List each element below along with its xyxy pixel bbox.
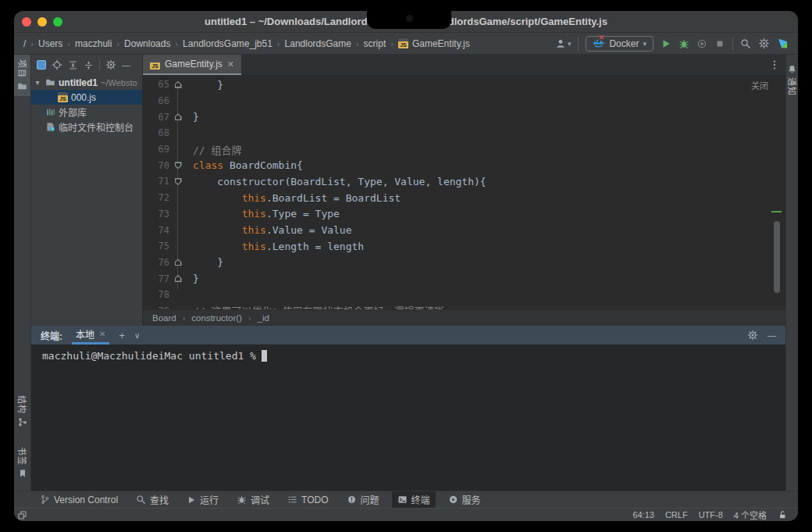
code-editor[interactable]: 关闭 65 } 66 67} 68 69// 组合牌 70class Board…	[143, 75, 785, 309]
code-line[interactable]: 74 this.Value = Value	[143, 222, 785, 238]
toolwindow-toggle-corner-icon[interactable]	[17, 510, 27, 520]
breadcrumb-downloads[interactable]: Downloads	[124, 38, 170, 49]
caret-position-widget[interactable]: 64:13	[632, 510, 654, 520]
toolwindow-button-structure[interactable]: 结构	[14, 391, 30, 431]
code-line[interactable]: 77}	[143, 270, 785, 287]
code-line[interactable]: 70class BoardCombin{	[143, 157, 785, 173]
fold-marker-icon[interactable]	[175, 81, 182, 88]
toolwindow-button-services[interactable]: 服务	[443, 491, 486, 508]
folder-icon	[17, 81, 27, 91]
breadcrumb-landlordsgame-jb51[interactable]: LandlordsGame_jb51	[183, 38, 272, 49]
code-line[interactable]: 73 this.Type = Type	[143, 206, 785, 223]
project-view-icon[interactable]	[37, 60, 46, 70]
indent-widget[interactable]: 4 个空格	[734, 509, 767, 521]
toolwindow-button-debug[interactable]: 调试	[231, 491, 275, 508]
code-line[interactable]: 79// 这里可以优化：使用有限状态机会更好，逻辑更清晰	[143, 303, 785, 309]
chevron-down-icon[interactable]: ▾	[33, 78, 42, 87]
project-settings-gear-icon[interactable]	[105, 59, 116, 70]
run-with-coverage-button[interactable]	[696, 38, 707, 49]
code-line[interactable]: 68	[143, 125, 785, 141]
toolwindow-button-todo[interactable]: TODO	[282, 493, 333, 507]
toolwindow-button-find[interactable]: 查找	[130, 491, 174, 508]
user-account-button[interactable]: ▾	[555, 38, 572, 49]
breadcrumb-id[interactable]: _id	[258, 313, 269, 323]
external-libraries-label: 外部库	[59, 105, 87, 119]
code-line[interactable]: 76 }	[143, 255, 785, 271]
tab-gameentity-js[interactable]: GameEntity.js ✕	[143, 55, 241, 75]
expand-all-icon[interactable]	[68, 60, 78, 70]
breadcrumb-board[interactable]: Board	[152, 313, 176, 323]
breadcrumb-root[interactable]: /	[23, 38, 26, 49]
breadcrumb-constructor[interactable]: constructor()	[191, 313, 242, 323]
run-button[interactable]	[661, 38, 671, 49]
code-line[interactable]: 78	[143, 287, 785, 303]
inspection-status-label[interactable]: 关闭	[751, 79, 768, 91]
fold-marker-icon[interactable]	[175, 259, 182, 266]
fold-marker-icon[interactable]	[175, 275, 182, 282]
code-line[interactable]: 72 this.BoardList = BoardList	[143, 190, 785, 206]
chevron-separator-icon: ›	[355, 39, 360, 48]
code-line[interactable]: 65 }	[143, 77, 785, 93]
toolwindow-button-terminal[interactable]: 终端	[392, 491, 436, 508]
unlock-icon[interactable]	[778, 510, 787, 520]
terminal-dropdown-icon[interactable]: ∨	[134, 331, 140, 340]
toolbox-icon[interactable]	[777, 37, 789, 49]
tree-row-project-root[interactable]: ▾ untitled1 ~/Websto	[31, 75, 142, 90]
scratches-label: 临时文件和控制台	[59, 120, 134, 134]
run-configuration-select[interactable]: ✕ Docker ▾	[586, 36, 654, 52]
breadcrumb-users[interactable]: Users	[38, 38, 62, 49]
new-terminal-session-button[interactable]: +	[119, 330, 125, 341]
fold-marker-icon[interactable]	[175, 162, 182, 169]
tree-row-000-js[interactable]: 000.js	[31, 90, 142, 105]
code-line[interactable]: 71 constructor(BoardList, Type, Value, l…	[143, 173, 785, 190]
toolwindow-label: 调试	[251, 493, 269, 506]
encoding-widget[interactable]: UTF-8	[699, 510, 723, 520]
tree-row-scratches[interactable]: 临时文件和控制台	[31, 120, 142, 134]
line-number: 68	[143, 127, 169, 138]
terminal-settings-gear-icon[interactable]	[747, 330, 758, 341]
code-line[interactable]: 75 this.Length = length	[143, 238, 785, 255]
toolwindow-button-problems[interactable]: 问题	[341, 491, 385, 508]
bug-icon	[237, 495, 247, 505]
terminal-header: 终端: 本地 ✕ + ∨ —	[31, 326, 785, 345]
minimize-window-button[interactable]	[37, 17, 47, 27]
terminal-output[interactable]: maczhuli@MaczhulideiMac untitled1 %	[31, 345, 785, 491]
toolwindow-button-run[interactable]: 运行	[181, 491, 224, 508]
tree-row-external-libraries[interactable]: 外部库	[31, 105, 142, 120]
code-line[interactable]: 67}	[143, 109, 785, 125]
editor-tab-bar: GameEntity.js ✕	[143, 55, 785, 75]
toolwindow-button-bookmarks[interactable]: 书签	[14, 442, 30, 483]
settings-gear-icon[interactable]	[758, 37, 770, 49]
toolwindow-button-notifications[interactable]: 通知	[786, 55, 798, 101]
breadcrumb-gameentity-js[interactable]: GameEntity.js	[412, 38, 470, 49]
breadcrumb-maczhuli[interactable]: maczhuli	[75, 38, 112, 49]
hide-terminal-icon[interactable]: —	[767, 330, 776, 340]
stop-button[interactable]	[714, 38, 725, 49]
zoom-window-button[interactable]	[53, 17, 62, 27]
line-number: 76	[143, 257, 169, 268]
close-terminal-tab-icon[interactable]: ✕	[99, 330, 105, 338]
fold-marker-icon[interactable]	[175, 178, 182, 185]
breadcrumb-script[interactable]: script	[364, 38, 386, 49]
fold-marker-icon[interactable]	[175, 113, 182, 120]
terminal-tab-local[interactable]: 本地 ✕	[72, 326, 109, 345]
terminal-panel-label: 终端:	[41, 329, 62, 342]
breadcrumb-landlordsgame[interactable]: LandlordsGame	[285, 38, 351, 49]
close-tab-icon[interactable]: ✕	[227, 59, 234, 70]
hide-panel-icon[interactable]: —	[122, 60, 130, 70]
project-tree: ▾ untitled1 ~/Websto 000.js	[31, 75, 142, 134]
navigation-bar: / › Users › maczhuli › Downloads › Landl…	[14, 33, 798, 55]
library-icon	[45, 107, 55, 117]
code-line[interactable]: 66	[143, 93, 785, 109]
editor-scrollbar-thumb[interactable]	[774, 221, 780, 293]
debug-button[interactable]	[678, 38, 689, 49]
toolwindow-button-version-control[interactable]: Version Control	[34, 493, 123, 507]
collapse-all-icon[interactable]	[84, 60, 94, 70]
code-line[interactable]: 69// 组合牌	[143, 141, 785, 158]
select-opened-file-icon[interactable]	[52, 59, 62, 70]
line-separator-widget[interactable]: CRLF	[665, 510, 688, 520]
close-window-button[interactable]	[22, 17, 31, 27]
search-everywhere-button[interactable]	[740, 38, 751, 49]
toolwindow-button-project[interactable]: 项目	[14, 55, 30, 96]
more-options-kebab-icon[interactable]	[770, 59, 779, 70]
